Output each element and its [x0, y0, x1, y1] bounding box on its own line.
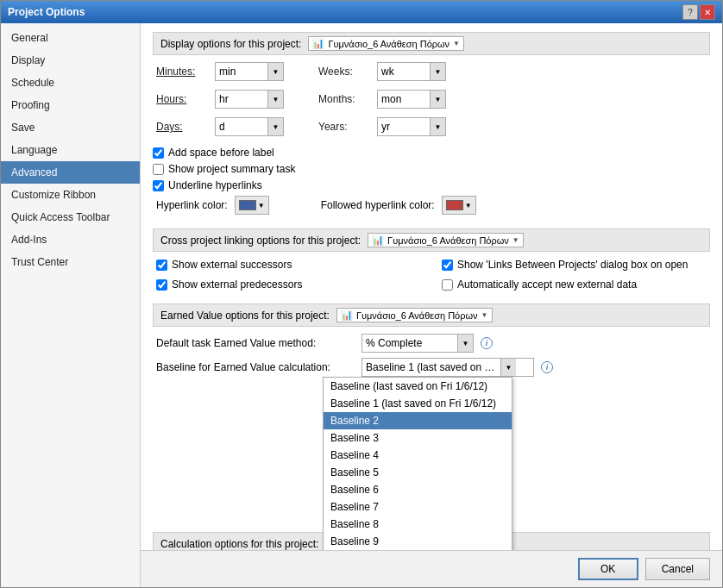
earned-section-header: Earned Value options for this project: 📊…: [153, 303, 710, 327]
external-successors-checkbox[interactable]: [156, 260, 167, 271]
project-options-window: Project Options ? ✕ General Display Sche…: [0, 0, 723, 588]
followed-color-swatch: [446, 200, 463, 210]
auto-accept-label: Automatically accept new external data: [457, 278, 637, 291]
sidebar-item-customize-ribbon[interactable]: Customize Ribbon: [1, 184, 140, 206]
months-value: mon: [378, 93, 430, 105]
sidebar-item-trust-center[interactable]: Trust Center: [1, 251, 140, 273]
sidebar-item-language[interactable]: Language: [1, 139, 140, 161]
hyperlink-color-button[interactable]: ▼: [235, 196, 269, 215]
project-summary-row: Show project summary task: [153, 163, 710, 175]
hyperlink-color-arrow: ▼: [258, 202, 265, 210]
external-successors-row: Show external successors: [156, 259, 424, 271]
sidebar-item-advanced[interactable]: Advanced: [1, 161, 140, 184]
ev-baseline-dropdown-btn[interactable]: ▼: [500, 359, 516, 376]
hours-label: Hours:: [156, 93, 208, 105]
dropdown-item-baseline6[interactable]: Baseline 6: [324, 481, 512, 498]
sidebar-item-save[interactable]: Save: [1, 116, 140, 139]
sidebar-item-display[interactable]: Display: [1, 49, 140, 72]
days-combo[interactable]: d ▼: [215, 117, 284, 136]
sidebar-item-addins[interactable]: Add-Ins: [1, 228, 140, 251]
days-value: d: [216, 121, 267, 133]
sidebar-item-general[interactable]: General: [1, 27, 140, 49]
dropdown-item-baseline9[interactable]: Baseline 9: [324, 533, 512, 550]
links-dialog-checkbox[interactable]: [442, 260, 453, 271]
ev-default-dropdown-btn[interactable]: ▼: [457, 335, 473, 352]
cancel-button[interactable]: Cancel: [645, 558, 710, 580]
cross-project-dropdown[interactable]: 📊 Γυμνάσιο_6 Ανάθεση Πόρων ▼: [368, 233, 524, 247]
display-project-icon: 📊: [312, 38, 324, 49]
add-space-checkbox[interactable]: [153, 147, 164, 159]
external-successors-label: Show external successors: [172, 259, 292, 271]
dialog-body: General Display Schedule Proofing Save L…: [1, 23, 722, 587]
dropdown-item-baseline7[interactable]: Baseline 7: [324, 498, 512, 516]
minutes-dropdown-btn[interactable]: ▼: [267, 63, 283, 80]
add-space-label: Add space before label: [168, 147, 274, 159]
hours-dropdown-btn[interactable]: ▼: [267, 91, 283, 108]
display-dropdown-arrow: ▼: [453, 40, 460, 47]
help-button[interactable]: ?: [682, 4, 698, 20]
years-dropdown-btn[interactable]: ▼: [430, 118, 445, 135]
auto-accept-checkbox[interactable]: [442, 279, 453, 291]
followed-color-button[interactable]: ▼: [442, 196, 476, 215]
display-project-name: Γυμνάσιο_6 Ανάθεση Πόρων: [328, 39, 450, 49]
bottom-bar: OK Cancel: [141, 550, 722, 587]
dropdown-item-baseline2[interactable]: Baseline 2: [324, 412, 512, 429]
external-predecessors-row: Show external predecessors: [156, 278, 424, 291]
ev-default-combo[interactable]: % Complete ▼: [362, 334, 474, 353]
dropdown-item-baseline8[interactable]: Baseline 8: [324, 516, 512, 533]
title-bar-buttons: ? ✕: [682, 4, 715, 20]
hours-row: Hours: hr ▼: [156, 90, 284, 109]
years-label: Years:: [318, 121, 370, 133]
months-combo[interactable]: mon ▼: [377, 90, 446, 109]
ev-baseline-row: Baseline for Earned Value calculation: B…: [156, 358, 710, 377]
weeks-label: Weeks:: [318, 66, 370, 78]
external-predecessors-checkbox[interactable]: [156, 279, 167, 291]
hours-combo[interactable]: hr ▼: [215, 90, 284, 109]
title-bar: Project Options ? ✕: [1, 1, 722, 23]
cross-header-label: Cross project linking options for this p…: [160, 235, 361, 247]
years-combo[interactable]: yr ▼: [377, 117, 446, 136]
minutes-combo[interactable]: min ▼: [215, 62, 284, 81]
earned-project-icon: 📊: [341, 310, 353, 321]
days-row: Days: d ▼: [156, 117, 284, 136]
display-project-dropdown[interactable]: 📊 Γυμνάσιο_6 Ανάθεση Πόρων ▼: [308, 36, 464, 51]
ev-baseline-info-icon[interactable]: i: [541, 361, 553, 373]
weeks-row: Weeks: wk ▼: [318, 62, 446, 81]
years-row: Years: yr ▼: [318, 117, 446, 136]
ok-button[interactable]: OK: [578, 558, 638, 580]
dropdown-item-baseline4[interactable]: Baseline 4: [324, 447, 512, 464]
underline-hyperlinks-checkbox[interactable]: [153, 180, 164, 191]
project-summary-label: Show project summary task: [168, 163, 295, 175]
earned-project-dropdown[interactable]: 📊 Γυμνάσιο_6 Ανάθεση Πόρων ▼: [336, 308, 493, 322]
minutes-value: min: [216, 66, 267, 78]
sidebar-item-quick-access[interactable]: Quick Access Toolbar: [1, 206, 140, 228]
sidebar-item-proofing[interactable]: Proofing: [1, 94, 140, 116]
months-row: Months: mon ▼: [318, 90, 446, 109]
dropdown-item-baseline0[interactable]: Baseline (last saved on Fri 1/6/12): [324, 378, 512, 395]
days-dropdown-btn[interactable]: ▼: [267, 118, 283, 135]
weeks-combo[interactable]: wk ▼: [377, 62, 446, 81]
ev-baseline-value: Baseline 1 (last saved on Fri 1/6/12): [362, 361, 500, 373]
cross-project-icon: 📊: [372, 235, 384, 246]
underline-hyperlinks-label: Underline hyperlinks: [168, 179, 262, 191]
window-title: Project Options: [8, 6, 85, 18]
dropdown-item-baseline3[interactable]: Baseline 3: [324, 429, 512, 447]
months-dropdown-btn[interactable]: ▼: [430, 91, 445, 108]
dropdown-item-baseline1[interactable]: Baseline 1 (last saved on Fri 1/6/12): [324, 395, 512, 412]
content-scroll: Display options for this project: 📊 Γυμν…: [141, 23, 722, 550]
close-button[interactable]: ✕: [700, 4, 715, 20]
weeks-value: wk: [378, 66, 430, 78]
ev-baseline-combo[interactable]: Baseline 1 (last saved on Fri 1/6/12) ▼: [362, 358, 534, 377]
followed-color-label: Followed hyperlink color:: [321, 199, 435, 211]
weeks-dropdown-btn[interactable]: ▼: [430, 63, 445, 80]
display-section-header: Display options for this project: 📊 Γυμν…: [153, 32, 710, 55]
cross-project-name: Γυμνάσιο_6 Ανάθεση Πόρων: [387, 235, 509, 246]
sidebar-item-schedule[interactable]: Schedule: [1, 72, 140, 94]
ev-default-info-icon[interactable]: i: [481, 337, 493, 349]
project-summary-checkbox[interactable]: [153, 164, 164, 175]
ev-default-row: Default task Earned Value method: % Comp…: [153, 334, 710, 353]
dropdown-item-baseline5[interactable]: Baseline 5: [324, 464, 512, 481]
followed-color-arrow: ▼: [465, 202, 472, 210]
hyperlink-color-row: Hyperlink color: ▼: [156, 196, 269, 215]
hyperlink-color-swatch: [239, 200, 256, 210]
